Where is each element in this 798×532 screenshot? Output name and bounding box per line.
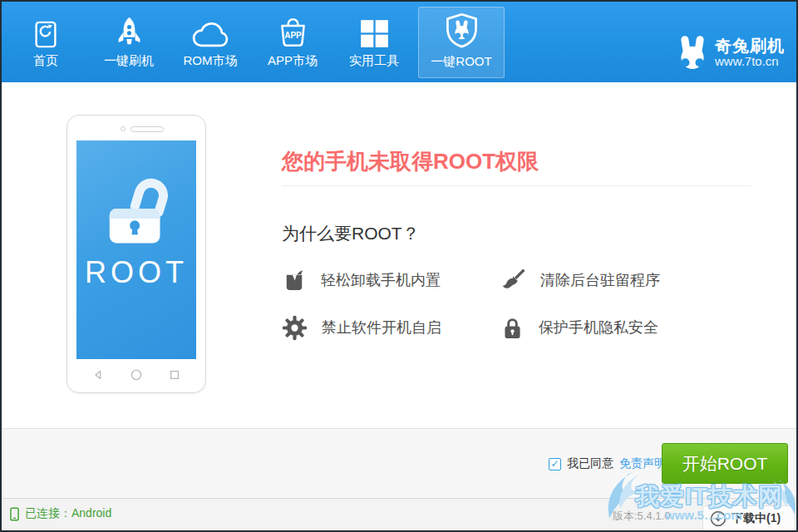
app-bag-text: APP [284, 31, 302, 40]
clean-brush-icon [500, 268, 526, 293]
nav-label: 一键刷机 [87, 53, 170, 69]
version-label: 版本:5.4.1.0 [613, 509, 670, 524]
feature-autostart: 禁止软件开机自启 [282, 313, 441, 342]
nav-label: APP市场 [251, 53, 334, 69]
phone-recent-icon [170, 370, 180, 380]
connection-status: 已连接：Android [10, 506, 111, 521]
uninstall-box-icon [282, 267, 307, 293]
nav-tab-one-key-root[interactable]: 一键ROOT [418, 7, 505, 78]
feature-clean: 清除后台驻留程序 [500, 266, 660, 294]
nav-tab-home[interactable]: 首页 [4, 7, 87, 78]
nav-label: 首页 [4, 53, 87, 69]
phone-back-icon [93, 370, 103, 380]
phone-camera-dot [121, 126, 126, 131]
agree-label: 我已同意 [567, 456, 613, 471]
agree-checkbox[interactable]: ✓ [549, 458, 561, 470]
brand-logo: 奇兔刷机 www.7to.cn [677, 35, 785, 70]
unlocked-padlock-icon [98, 170, 175, 250]
nav-tab-rom-market[interactable]: ROM市场 [169, 7, 252, 78]
rocket-icon [87, 7, 170, 48]
nav-tab-tools[interactable]: 实用工具 [332, 7, 416, 78]
rabbit-logo-icon [677, 35, 708, 70]
header: 首页 一键刷机 ROM市场 [2, 2, 796, 82]
phone-earpiece [131, 126, 164, 132]
feature-privacy: 保护手机隐私安全 [500, 313, 658, 342]
phone-nav-buttons [67, 369, 205, 381]
status-bar: 已连接：Android 版本:5.4.1.0 下载中(1) [2, 498, 796, 530]
brand-name: 奇兔刷机 [715, 37, 785, 55]
phone-screen-root-label: ROOT [76, 255, 196, 290]
home-refresh-icon [4, 7, 87, 48]
nav-tab-flash[interactable]: 一键刷机 [87, 7, 170, 78]
phone-illustration: ROOT [66, 115, 206, 393]
brand-site: www.7to.cn [715, 55, 785, 68]
app-window: 首页 一键刷机 ROM市场 [0, 0, 798, 532]
feature-label: 轻松卸载手机内置 [321, 270, 441, 290]
agree-row: ✓ 我已同意 免责声明 [549, 456, 666, 471]
nav-label: 实用工具 [332, 53, 416, 69]
gear-icon [282, 315, 308, 341]
start-root-button[interactable]: 开始ROOT [662, 443, 788, 484]
phone-screen: ROOT [76, 140, 196, 359]
feature-label: 清除后台驻留程序 [540, 270, 660, 290]
feature-label: 禁止软件开机自启 [322, 318, 441, 337]
main-content: ROOT 您的手机未取得ROOT权限 为什么要ROOT？ [2, 82, 796, 428]
phone-home-icon [131, 369, 142, 381]
root-shield-icon [419, 7, 504, 49]
disclaimer-link[interactable]: 免责声明 [619, 456, 666, 471]
app-bag-icon: APP [251, 7, 334, 48]
download-icon [710, 510, 727, 527]
page-title: 您的手机未取得ROOT权限 [282, 147, 539, 176]
action-bar: ✓ 我已同意 免责声明 开始ROOT [2, 428, 796, 498]
divider [282, 185, 751, 186]
feature-uninstall: 轻松卸载手机内置 [282, 266, 441, 294]
why-root-heading: 为什么要ROOT？ [282, 222, 420, 245]
nav-tab-app-market[interactable]: APP APP市场 [251, 7, 334, 78]
privacy-lock-icon [500, 316, 525, 340]
cloud-icon [169, 7, 252, 48]
tools-grid-icon [332, 7, 416, 48]
nav-label: 一键ROOT [419, 54, 504, 70]
connection-label: 已连接：Android [25, 506, 111, 521]
connected-phone-icon [10, 507, 19, 521]
download-manager-button[interactable]: 下载中(1) [702, 505, 796, 531]
check-icon: ✓ [550, 458, 559, 470]
nav-label: ROM市场 [169, 53, 252, 69]
feature-label: 保护手机隐私安全 [539, 318, 658, 337]
download-label: 下载中(1) [732, 511, 781, 526]
